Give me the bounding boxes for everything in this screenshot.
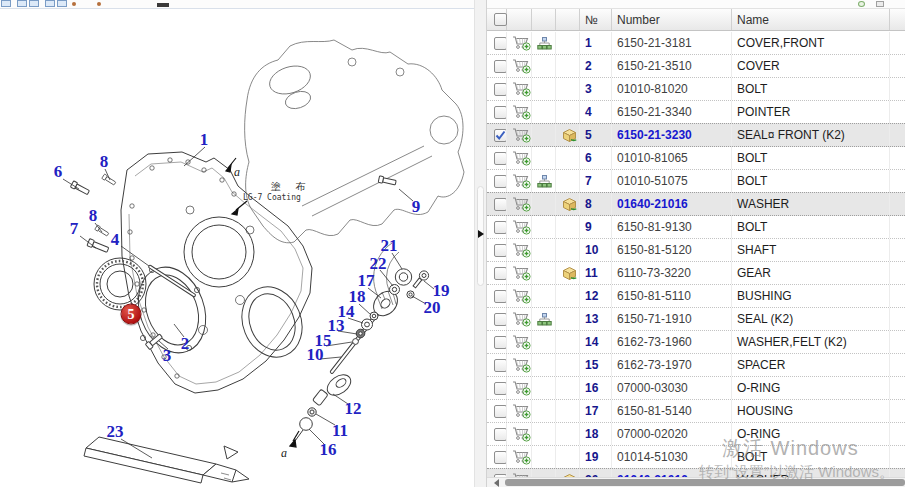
toolbar-button-icon[interactable] — [29, 0, 39, 7]
table-row[interactable]: 26150-21-3510COVER — [487, 55, 905, 78]
row-checkbox[interactable] — [494, 106, 507, 119]
callout[interactable]: 16 — [320, 440, 337, 460]
callout[interactable]: 12 — [345, 399, 362, 419]
row-checkbox[interactable] — [494, 175, 507, 188]
callout[interactable]: 6 — [54, 162, 63, 182]
table-row[interactable]: 2001640-21016WASHER — [487, 468, 905, 477]
add-to-cart-icon[interactable] — [512, 426, 531, 442]
row-checkbox[interactable] — [494, 428, 507, 441]
row-checkbox[interactable] — [494, 60, 507, 73]
add-to-cart-icon[interactable] — [512, 265, 531, 281]
add-to-cart-icon[interactable] — [512, 58, 531, 74]
row-checkbox[interactable] — [494, 359, 507, 372]
add-to-cart-icon[interactable] — [512, 104, 531, 120]
col-header-name[interactable]: Name — [732, 9, 890, 30]
add-to-cart-icon[interactable] — [512, 173, 531, 189]
hierarchy-icon[interactable] — [537, 37, 552, 50]
add-to-cart-icon[interactable] — [512, 127, 531, 143]
callout[interactable]: 23 — [107, 422, 124, 442]
table-row[interactable]: 16150-21-3181COVER,FRONT — [487, 32, 905, 55]
col-header-number[interactable]: Number — [612, 9, 732, 30]
table-row[interactable]: 601010-81065BOLT — [487, 147, 905, 170]
table-row[interactable]: 116110-73-3220GEAR — [487, 262, 905, 285]
add-to-cart-icon[interactable] — [512, 449, 531, 465]
panel-splitter[interactable] — [474, 0, 487, 487]
toolbar-dark-icon[interactable] — [157, 3, 169, 7]
table-row[interactable]: 56150-21-3230SEAL¤ FRONT (K2) — [487, 123, 905, 147]
row-checkbox[interactable] — [494, 129, 507, 142]
callout[interactable]: 11 — [332, 421, 348, 441]
add-to-cart-icon[interactable] — [512, 242, 531, 258]
row-checkbox[interactable] — [494, 451, 507, 464]
toolbar-button-icon[interactable] — [1, 0, 11, 7]
add-to-cart-icon[interactable] — [512, 35, 531, 51]
callout[interactable]: 1 — [200, 130, 209, 150]
table-row[interactable]: 1807000-02020O-RING — [487, 423, 905, 446]
add-to-cart-icon[interactable] — [512, 380, 531, 396]
row-checkbox[interactable] — [494, 290, 507, 303]
add-to-cart-icon[interactable] — [512, 311, 531, 327]
add-to-cart-icon[interactable] — [512, 403, 531, 419]
row-checkbox[interactable] — [494, 405, 507, 418]
col-header-tree[interactable] — [532, 9, 556, 30]
table-row[interactable]: 136150-71-1910SEAL (K2) — [487, 308, 905, 331]
col-header-no[interactable]: № — [580, 9, 612, 30]
callout[interactable]: 20 — [424, 298, 441, 318]
callout[interactable]: 21 — [381, 236, 398, 256]
table-row[interactable]: 801640-21016WASHER — [487, 192, 905, 216]
table-row[interactable]: 96150-81-9130BOLT — [487, 216, 905, 239]
package-icon[interactable] — [561, 128, 578, 143]
toolbar-refresh-icon[interactable] — [858, 1, 865, 7]
toolbar-dot-icon[interactable] — [72, 2, 76, 6]
row-checkbox[interactable] — [494, 152, 507, 165]
toolbar-button-icon[interactable] — [17, 0, 27, 7]
toolbar-button-icon[interactable] — [57, 0, 67, 7]
toolbar-dot-icon[interactable] — [97, 2, 101, 6]
table-row[interactable]: 701010-51075BOLT — [487, 170, 905, 193]
package-icon[interactable] — [561, 197, 578, 212]
add-to-cart-icon[interactable] — [512, 150, 531, 166]
hierarchy-icon[interactable] — [537, 175, 552, 188]
scrollbar-thumb[interactable] — [505, 479, 905, 486]
row-checkbox[interactable] — [494, 198, 507, 211]
splitter-collapse-arrow[interactable] — [478, 230, 484, 238]
row-checkbox[interactable] — [494, 313, 507, 326]
callout-highlighted[interactable]: 5 — [121, 304, 142, 325]
callout[interactable]: 9 — [412, 197, 421, 217]
horizontal-scrollbar[interactable] — [487, 477, 905, 487]
row-checkbox[interactable] — [494, 382, 507, 395]
add-to-cart-icon[interactable] — [512, 357, 531, 373]
callout[interactable]: 7 — [70, 219, 79, 239]
table-row[interactable]: 46150-21-3340POINTER — [487, 101, 905, 124]
row-checkbox[interactable] — [494, 221, 507, 234]
add-to-cart-icon[interactable] — [512, 196, 531, 212]
row-checkbox[interactable] — [494, 83, 507, 96]
callout[interactable]: 8 — [89, 206, 98, 226]
package-icon[interactable] — [561, 266, 578, 281]
row-checkbox[interactable] — [494, 336, 507, 349]
row-checkbox[interactable] — [494, 267, 507, 280]
table-row[interactable]: 126150-81-5110BUSHING — [487, 285, 905, 308]
table-row[interactable]: 1607000-03030O-RING — [487, 377, 905, 400]
col-header-cart[interactable] — [507, 9, 532, 30]
callout[interactable]: 4 — [111, 230, 120, 250]
callout[interactable]: 3 — [163, 346, 172, 366]
row-checkbox[interactable] — [494, 244, 507, 257]
add-to-cart-icon[interactable] — [512, 219, 531, 235]
toolbar-button-icon[interactable] — [45, 0, 55, 7]
toolbar-misc-icon[interactable] — [876, 1, 884, 7]
table-row[interactable]: 301010-81020BOLT — [487, 78, 905, 101]
callout[interactable]: 8 — [100, 152, 109, 172]
table-row[interactable]: 1901014-51030BOLT — [487, 446, 905, 469]
add-to-cart-icon[interactable] — [512, 81, 531, 97]
add-to-cart-icon[interactable] — [512, 288, 531, 304]
scroll-left-button[interactable] — [489, 479, 503, 487]
callout[interactable]: 2 — [181, 334, 190, 354]
row-checkbox[interactable] — [494, 37, 507, 50]
col-header-package[interactable] — [556, 9, 580, 30]
assembly-diagram[interactable] — [0, 0, 474, 487]
select-all-checkbox[interactable] — [494, 13, 507, 26]
table-row[interactable]: 156162-73-1970SPACER — [487, 354, 905, 377]
hierarchy-icon[interactable] — [537, 313, 552, 326]
table-row[interactable]: 146162-73-1960WASHER,FELT (K2) — [487, 331, 905, 354]
